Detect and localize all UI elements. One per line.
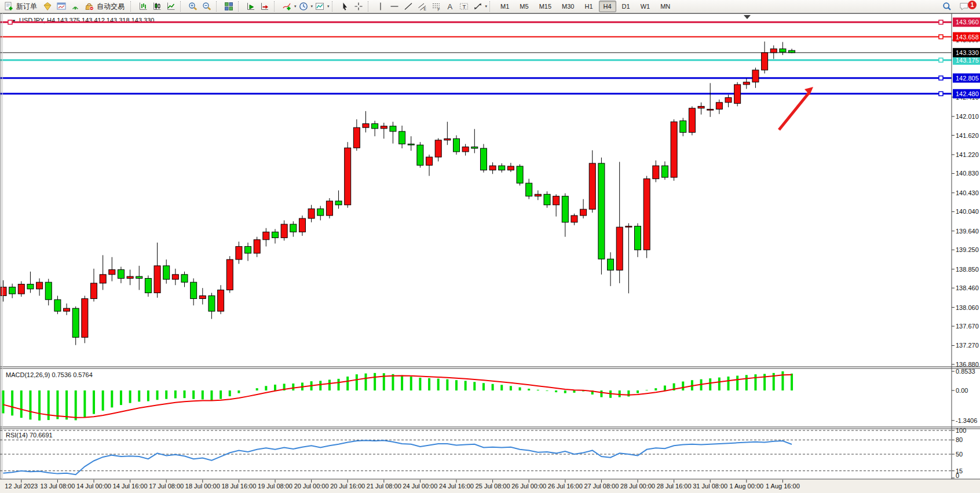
bar-chart-type-button[interactable]: [136, 1, 150, 13]
tile-windows-icon[interactable]: [222, 1, 236, 13]
price-tick-label: 142.010: [956, 113, 979, 120]
line-handle[interactable]: [939, 20, 943, 24]
toolbar-separator: [368, 1, 372, 12]
timeframe-H1[interactable]: H1: [580, 1, 597, 12]
candle-body: [181, 275, 188, 282]
time-tick-label: 19 Jul 08:00: [258, 483, 292, 490]
timeframe-M15[interactable]: M15: [535, 1, 556, 12]
timeframe-W1[interactable]: W1: [636, 1, 655, 12]
text-tool[interactable]: A: [443, 1, 457, 13]
trendline-tool[interactable]: [401, 1, 415, 13]
candle-body: [353, 127, 360, 148]
line-handle[interactable]: [939, 35, 943, 39]
candle-body: [127, 276, 133, 278]
time-tick-label: 27 Jul 08:00: [584, 483, 619, 490]
price-badge-label: 143.175: [956, 57, 979, 64]
candle-body: [707, 109, 714, 110]
signals-icon[interactable]: [68, 1, 82, 13]
search-icon[interactable]: [940, 1, 954, 13]
line-handle[interactable]: [8, 20, 12, 24]
candle-body: [770, 49, 777, 53]
equidistant-channel-tool[interactable]: E: [415, 1, 429, 13]
candle-body: [661, 166, 668, 177]
candle-body: [226, 260, 233, 290]
timeframe-M30[interactable]: M30: [557, 1, 579, 12]
zoom-out-icon[interactable]: [200, 1, 214, 13]
candle-body: [471, 147, 478, 149]
line-chart-type-button[interactable]: [164, 1, 178, 13]
templates-button[interactable]: [313, 1, 327, 13]
text-label-tool[interactable]: T: [457, 1, 471, 13]
templates-dropdown-arrow[interactable]: ▾: [327, 4, 330, 9]
new-order-label[interactable]: 新订单: [16, 2, 37, 12]
line-handle[interactable]: [939, 92, 943, 96]
new-order-button[interactable]: [2, 1, 16, 13]
rsi-tick-label: 80: [956, 436, 963, 443]
timeframe-M1[interactable]: M1: [496, 1, 514, 12]
candle-body: [580, 209, 587, 216]
line-handle[interactable]: [939, 58, 943, 62]
candle-body: [480, 148, 487, 170]
periods-button[interactable]: [297, 1, 310, 13]
candle-body: [363, 124, 369, 128]
crosshair-tool-button[interactable]: [352, 1, 365, 13]
rsi-tick-label: 100: [956, 427, 966, 434]
arrows-dropdown-arrow[interactable]: ▾: [485, 4, 488, 9]
rsi-tick-label: 0: [956, 472, 959, 479]
main-toolbar: 新订单 自动交易 ▾ ▾: [0, 0, 980, 13]
price-tick-label: 137.270: [956, 342, 979, 349]
candle-body: [526, 183, 532, 196]
auto-scroll-button[interactable]: [244, 1, 258, 13]
chart-shift-button[interactable]: [258, 1, 272, 13]
candle-body: [734, 85, 741, 104]
timeframe-bar: M1M5M15M30H1H4D1W1MN: [495, 1, 675, 12]
candle-chart-type-button[interactable]: [150, 1, 164, 13]
time-tick-label: 26 Jul 00:00: [511, 483, 546, 490]
auto-trading-label[interactable]: 自动交易: [97, 2, 125, 12]
fibonacci-tool[interactable]: F: [429, 1, 443, 13]
svg-text:E: E: [423, 7, 426, 11]
indicators-button[interactable]: [280, 1, 294, 13]
candle-body: [308, 209, 315, 218]
vertical-line-tool[interactable]: [374, 1, 387, 13]
chart-canvas[interactable]: ▼USDJPY, H4 143.375 143.412 143.318 143.…: [0, 13, 980, 493]
candle-body: [444, 138, 451, 140]
candle-body: [725, 97, 732, 102]
rsi-label: RSI(14) 70.6691: [6, 432, 53, 439]
zoom-in-icon[interactable]: [186, 1, 200, 13]
time-tick-label: 20 Jul 00:00: [294, 483, 329, 490]
svg-text:F: F: [437, 8, 440, 12]
arrows-tool[interactable]: [471, 1, 485, 13]
timeframe-H4[interactable]: H4: [599, 1, 616, 12]
cursor-tool-button[interactable]: [338, 1, 352, 13]
timeframe-D1[interactable]: D1: [617, 1, 635, 12]
price-tick-label: 140.430: [956, 189, 979, 196]
notification-badge[interactable]: 1: [968, 1, 977, 9]
candle-body: [109, 269, 115, 274]
candle-body: [145, 278, 151, 293]
chart-background: [0, 13, 980, 493]
price-tick-label: 141.220: [956, 151, 979, 158]
candle-body: [299, 218, 305, 232]
price-badge-label: 142.480: [956, 90, 979, 97]
candle-body: [643, 179, 650, 250]
price-tick-label: 139.250: [956, 246, 979, 253]
candle-body: [381, 126, 387, 129]
indicators-dropdown-arrow[interactable]: ▾: [294, 4, 297, 9]
timeframe-MN[interactable]: MN: [656, 1, 675, 12]
horizontal-line-tool[interactable]: [387, 1, 401, 13]
candle-body: [743, 82, 749, 85]
candle-body: [626, 226, 632, 227]
price-tick-label: 138.460: [956, 284, 979, 291]
candle-body: [780, 49, 786, 52]
candle-body: [517, 166, 523, 183]
market-watch-icon[interactable]: [41, 1, 54, 13]
chart-window-icon[interactable]: [54, 1, 68, 13]
candle-body: [671, 122, 677, 177]
line-handle[interactable]: [939, 76, 943, 80]
candle-body: [118, 269, 124, 278]
candle-body: [435, 140, 441, 157]
auto-trading-button[interactable]: [82, 1, 96, 13]
candle-body: [218, 290, 224, 312]
timeframe-M5[interactable]: M5: [515, 1, 533, 12]
